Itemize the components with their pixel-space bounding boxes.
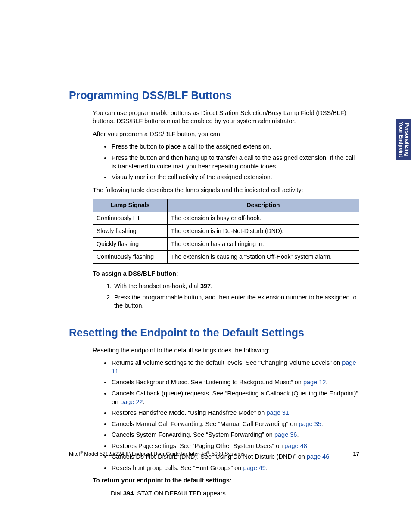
footer-source: Mitel® Model 5212/5224 IP Endpoint User … — [69, 450, 244, 457]
list-item: With the handset on-hook, dial 397. — [113, 282, 359, 291]
list-item: Press the programmable button, and then … — [113, 293, 359, 310]
table-header: Description — [168, 199, 359, 212]
table-header: Lamp Signals — [93, 199, 168, 212]
step-text: . — [211, 283, 212, 289]
list-item: Cancels Manual Call Forwarding. See “Man… — [111, 420, 359, 429]
table-cell: Continuously Lit — [93, 212, 168, 225]
list-item: Resets hunt group calls. See “Hunt Group… — [111, 464, 359, 473]
lamp-signals-table: Lamp Signals Description Continuously Li… — [93, 199, 359, 263]
table-cell: Slowly flashing — [93, 225, 168, 238]
dial-code: 394 — [123, 490, 134, 497]
list-item: Returns all volume settings to the defau… — [111, 359, 359, 376]
list-item: Press the button to place a call to the … — [111, 143, 359, 151]
assign-steps: With the handset on-hook, dial 397. Pres… — [93, 282, 359, 310]
list-item: Cancels Background Music. See “Listening… — [111, 378, 359, 387]
table-cell: The extension is causing a “Station Off-… — [168, 250, 359, 263]
table-row: Continuously flashing The extension is c… — [93, 250, 359, 263]
paragraph: Resetting the endpoint to the default se… — [93, 346, 359, 355]
dial-code: 397 — [200, 283, 211, 289]
page-link[interactable]: page 12 — [303, 379, 326, 386]
page-link[interactable]: page 31 — [266, 409, 289, 416]
list-item: Visually monitor the call activity of th… — [111, 173, 359, 182]
list-item: Restores Handsfree Mode. “Using Handsfre… — [111, 409, 359, 417]
paragraph: The following table describes the lamp s… — [93, 186, 359, 195]
paragraph: After you program a DSS/BLF button, you … — [93, 130, 359, 139]
page-number: 17 — [353, 450, 359, 458]
intro-bullet-list: Press the button to place a call to the … — [93, 143, 359, 181]
table-row: Quickly flashing The extension has a cal… — [93, 237, 359, 250]
table-cell: The extension is busy or off-hook. — [168, 212, 359, 225]
page-link[interactable]: page 22 — [120, 398, 143, 405]
table-cell: Continuously flashing — [93, 250, 168, 263]
table-row: Continuously Lit The extension is busy o… — [93, 212, 359, 225]
procedure-heading: To assign a DSS/BLF button: — [93, 270, 359, 278]
return-action: Dial 394. STATION DEFAULTED appears. — [111, 489, 359, 498]
step-text: With the handset on-hook, dial — [114, 283, 200, 289]
page-link[interactable]: page 49 — [243, 464, 265, 471]
table-cell: The extension has a call ringing in. — [168, 237, 359, 250]
table-cell: Quickly flashing — [93, 237, 168, 250]
heading-resetting-endpoint: Resetting the Endpoint to the Default Se… — [69, 326, 359, 340]
list-item: Cancels Callback (queue) requests. See “… — [111, 389, 359, 406]
paragraph: You can use programmable buttons as Dire… — [93, 109, 359, 126]
page-link[interactable]: page 36 — [274, 431, 297, 438]
page-footer: Mitel® Model 5212/5224 IP Endpoint User … — [69, 447, 359, 458]
page-link[interactable]: page 35 — [299, 420, 321, 427]
table-row: Slowly flashing The extension is in Do-N… — [93, 225, 359, 238]
list-item: Cancels System Forwarding. See “System F… — [111, 431, 359, 439]
heading-programming-dss-blf: Programming DSS/BLF Buttons — [69, 88, 359, 103]
procedure-heading: To return your endpoint to the default s… — [93, 476, 359, 485]
table-cell: The extension is in Do-Not-Disturb (DND)… — [168, 225, 359, 238]
list-item: Press the button and then hang up to tra… — [111, 154, 359, 171]
